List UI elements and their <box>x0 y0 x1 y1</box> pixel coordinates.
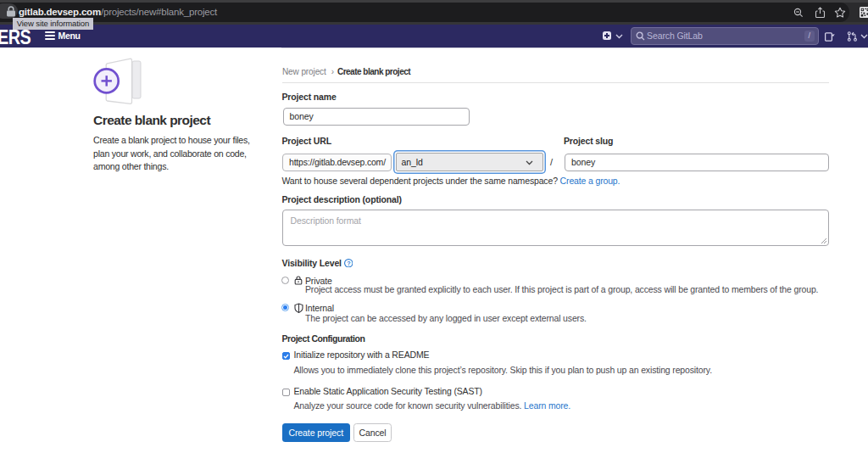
svg-text:?: ? <box>347 260 350 266</box>
